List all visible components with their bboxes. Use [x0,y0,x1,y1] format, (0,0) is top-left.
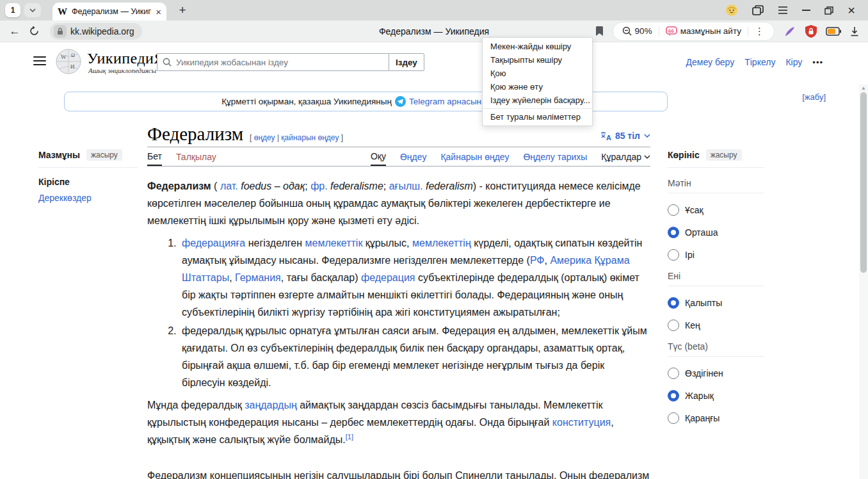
page-scrollbar[interactable]: ▲ ▼ [859,85,868,479]
tab-close-icon[interactable]: × [156,6,161,17]
tab-page[interactable]: Бет [147,147,162,166]
radio-color-light[interactable]: Жарық [668,390,764,402]
menu-item-paste-and-go[interactable]: Қою және өту [483,80,592,93]
contents-title: Мазмұны [38,150,80,160]
wikipedia-globe-logo[interactable]: WИΩ [55,47,82,76]
omnibox-actions-group: 90% 66 мазмұнын айту ⋮ [613,22,775,41]
radio-color-auto[interactable]: Өздігінен [668,368,764,379]
wiki-hamburger-menu[interactable] [33,56,46,65]
url-text: kk.wikipedia.org [70,26,134,37]
tab-read[interactable]: Оқу [371,147,386,166]
bookmark-button[interactable] [595,26,604,37]
user-menu-dots-icon[interactable]: ••• [812,58,823,67]
chevron-down-icon [29,8,36,12]
menu-item-manage-search-engines[interactable]: Іздеу жүйелерін басқару... [483,93,592,107]
radio-color-dark[interactable]: Қараңғы [668,412,764,424]
contents-hide-button[interactable]: жасыру [86,149,122,161]
paragraph-definition: Федерализм ( лат. foedus – одақ; фр. fed… [147,177,650,229]
radio-text-small[interactable]: Ұсақ [668,204,764,216]
chevron-down-icon [644,155,650,159]
svg-text:66: 66 [668,28,674,34]
page-viewport: WИΩ УикипедиЯ Ашық энциклопедиясы Іздеу … [0,42,868,479]
svg-text:W: W [61,54,67,60]
telegram-icon [395,96,406,107]
radio-width-wide[interactable]: Кең [668,320,764,331]
restore-window-button[interactable] [824,6,833,15]
radio-text-large[interactable]: Ірі [668,249,764,261]
menu-item-copy-title[interactable]: Тақырыпты көшіру [483,53,592,67]
banner-close-link[interactable]: [жабу] [802,92,826,102]
wiki-tagline: Ашық энциклопедиясы [88,67,156,74]
tab-tools[interactable]: Құралдар [601,147,650,166]
appearance-sidebar: Көрініс жасыру Мәтін Ұсақ Орташа Ірі Ені… [668,149,764,424]
browser-tab-active[interactable]: W Федерализм — Уикипе × [52,3,166,20]
radio-icon [668,368,679,379]
login-link[interactable]: Кіру [785,57,802,67]
tab-title: Федерализм — Уикипе [72,7,151,16]
paragraph-confederation: Мұнда федералдық заңдардың аймақтық заңд… [147,396,650,448]
reload-button[interactable] [24,22,44,41]
toc-item-intro[interactable]: Кіріспе [38,177,138,187]
protect-shield-extension-icon[interactable] [805,25,817,38]
wiki-wordmark[interactable]: УикипедиЯ [87,50,165,67]
new-tab-button[interactable]: + [174,2,191,19]
editor-pen-extension-icon[interactable] [784,25,796,38]
title-edit-links[interactable]: [ өңдеу | қайнарын өңдеу ] [250,133,343,142]
toolbar-right-cluster: 90% 66 мазмұнын айту ⋮ [595,22,868,41]
read-aloud-button[interactable]: 66 мазмұнын айту [659,22,748,40]
search-box[interactable] [157,53,389,71]
chevron-down-icon [644,134,650,138]
tab-history[interactable]: Өңделу тарихы [523,147,587,166]
scrollbar-thumb[interactable] [860,92,867,273]
back-button[interactable]: ← [5,22,24,41]
address-bar[interactable]: kk.wikipedia.org [50,23,142,40]
width-label: Ені [668,271,764,286]
zoom-out-icon [622,26,632,36]
minimize-button[interactable] [802,10,810,11]
tab-edit[interactable]: Өңдеу [400,147,426,166]
text-size-label: Мәтін [668,178,764,193]
reload-icon [29,26,39,36]
search-button[interactable]: Іздеу [389,53,424,71]
tab-list-chevron-button[interactable] [24,3,41,17]
menu-item-paste[interactable]: Қою [483,67,592,80]
telegram-channel-link[interactable]: Telegram арнасына [409,97,486,106]
omnibox-more-button[interactable]: ⋮ [748,22,771,40]
side-panels-icon[interactable] [752,5,764,15]
register-link[interactable]: Тіркелу [744,57,775,67]
search-icon [163,58,172,67]
appearance-hide-button[interactable]: жасыру [706,149,742,161]
profile-avatar[interactable] [725,4,738,17]
quote-bubble-icon: 66 [666,26,677,36]
menu-item-copy-address[interactable]: Мекен-жайды көшіру [483,40,592,53]
tab-talk[interactable]: Талқылау [176,147,216,166]
radio-selected-icon [668,297,679,309]
read-aloud-label: мазмұнын айту [680,26,741,36]
radio-icon [668,412,679,424]
language-selector-button[interactable]: A 85 тіл [600,131,650,143]
zoom-indicator[interactable]: 90% [616,22,659,40]
downloads-button[interactable] [850,26,859,37]
browser-tab-strip: 1 W Федерализм — Уикипе × + × [0,0,868,20]
tab-edit-source[interactable]: Қайнарын өңдеу [440,147,509,166]
radio-width-standard[interactable]: Қалыпты [668,297,764,309]
contents-sidebar: Мазмұны жасыру Кіріспе Дереккөздер [38,149,138,203]
donate-link[interactable]: Демеу беру [686,57,735,67]
radio-icon [668,249,679,261]
browser-menu-icon[interactable] [778,6,788,14]
battery-extension-icon[interactable] [826,27,841,36]
lock-icon[interactable] [54,25,67,38]
search-input[interactable] [176,58,383,67]
radio-icon [668,204,679,216]
scrollbar-up-arrow[interactable]: ▲ [861,86,866,90]
radio-selected-icon [668,227,679,238]
wikipedia-favicon: W [58,6,67,17]
menu-item-page-info[interactable]: Бет туралы мәліметтер [483,110,592,124]
radio-selected-icon [668,390,679,402]
toc-item-references[interactable]: Дереккөздер [38,193,138,203]
svg-text:Ω: Ω [71,53,75,58]
radio-text-standard[interactable]: Орташа [668,227,764,238]
svg-text:A: A [606,134,611,141]
tab-counter-badge[interactable]: 1 [5,3,20,17]
close-window-button[interactable]: × [848,3,855,18]
